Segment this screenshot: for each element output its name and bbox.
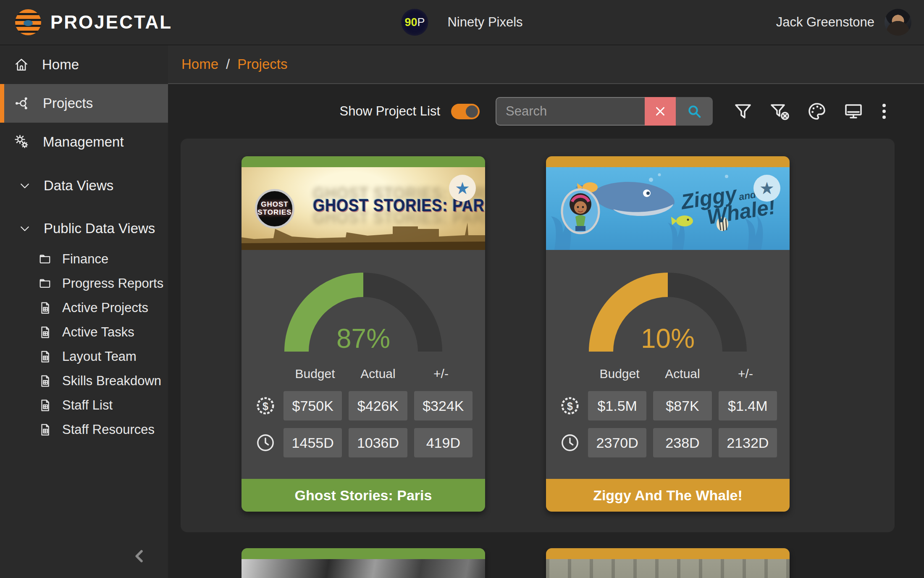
projects-toolbar: Show Project List	[168, 84, 924, 139]
money-row: $ $1.5M $87K $1.4M	[559, 391, 777, 420]
breadcrumb-current[interactable]: Projects	[237, 56, 287, 72]
variance-days-value: 2132D	[719, 428, 777, 457]
app-logo[interactable]: PROJECTAL	[0, 9, 172, 35]
data-file-icon	[39, 302, 51, 314]
budget-days-value: 1455D	[284, 428, 342, 457]
variance-days-value: 419D	[414, 428, 472, 457]
sidebar-item-label: Active Projects	[62, 300, 148, 315]
progress-gauge: 87%	[284, 273, 442, 352]
sidebar-item-active-projects[interactable]: Active Projects	[0, 296, 168, 320]
sidebar-item-label: Skills Breakdown	[62, 373, 161, 389]
data-file-icon	[39, 423, 51, 436]
show-project-list-toggle[interactable]	[451, 104, 480, 119]
sidebar-item-progress-reports[interactable]: Progress Reports	[0, 271, 168, 296]
data-file-icon	[39, 350, 51, 363]
days-row: 2370D 238D 2132D	[559, 428, 777, 457]
close-icon	[653, 104, 667, 118]
project-card-ziggy-whale[interactable]: Ziggy and the Whale! ★ 10% Budget Actual…	[546, 156, 790, 512]
variance-header: +/-	[410, 367, 472, 381]
clear-search-button[interactable]	[645, 97, 676, 126]
sidebar-item-label: Finance	[62, 252, 108, 267]
sidebar-group-data-views[interactable]: Data Views	[0, 167, 168, 204]
variance-value: $324K	[414, 391, 472, 420]
toolbar-icons	[733, 101, 888, 121]
sidebar-group-public-data-views[interactable]: Public Data Views	[0, 210, 168, 247]
folder-icon	[39, 253, 51, 265]
sidebar-collapse-button[interactable]	[131, 548, 148, 566]
favorite-star-badge[interactable]: ★	[449, 175, 476, 202]
search-input[interactable]	[496, 97, 645, 126]
budget-value: $1.5M	[588, 391, 646, 420]
stat-column-headers: Budget Actual +/-	[284, 367, 472, 381]
card-body: 10% Budget Actual +/- $ $1.5M $87K $1.4M	[546, 250, 790, 479]
card-banner-art: GHOST STORIES GHOST STORIES: PARIS ★	[242, 167, 485, 250]
org-avatar-badge: 90P	[401, 9, 428, 36]
data-file-icon	[39, 375, 51, 387]
data-file-icon	[39, 399, 51, 412]
actual-header: Actual	[651, 367, 714, 381]
kebab-menu-icon[interactable]	[880, 101, 888, 121]
clear-filter-icon[interactable]	[769, 101, 791, 121]
card-banner-art	[242, 559, 485, 578]
star-icon: ★	[759, 180, 774, 197]
variance-header: +/-	[714, 367, 777, 381]
breadcrumb: Home / Projects	[168, 45, 924, 84]
card-accent-strip	[242, 156, 485, 167]
sidebar-item-finance[interactable]: Finance	[0, 247, 168, 271]
project-card-partial-2[interactable]	[546, 548, 790, 578]
user-menu[interactable]: Jack Greenstone	[776, 9, 924, 36]
sidebar: Home Projects Management Data Views	[0, 45, 168, 578]
palette-icon[interactable]	[807, 101, 827, 121]
org-name: Ninety Pixels	[447, 15, 522, 30]
projectal-globe-icon	[15, 9, 41, 35]
sidebar-item-skills-breakdown[interactable]: Skills Breakdown	[0, 369, 168, 393]
project-title-bar[interactable]: Ziggy And The Whale!	[546, 479, 790, 512]
card-body: 87% Budget Actual +/- $ $750K $426K $324…	[242, 250, 485, 479]
organization[interactable]: 90P Ninety Pixels	[401, 9, 522, 36]
project-title-bar[interactable]: Ghost Stories: Paris	[242, 479, 485, 512]
sidebar-item-home[interactable]: Home	[0, 45, 168, 84]
sidebar-item-label: Staff Resources	[62, 422, 155, 437]
favorite-star-badge[interactable]: ★	[753, 175, 780, 202]
projects-panel: GHOST STORIES GHOST STORIES: PARIS ★ 87%…	[181, 139, 895, 532]
card-accent-strip	[546, 548, 790, 559]
money-icon: $	[560, 396, 580, 415]
stat-column-headers: Budget Actual +/-	[588, 367, 777, 381]
sidebar-item-staff-resources[interactable]: Staff Resources	[0, 418, 168, 442]
search-button[interactable]	[676, 97, 713, 126]
star-icon: ★	[455, 180, 470, 197]
sidebar-item-label: Home	[42, 57, 79, 73]
sidebar-item-management[interactable]: Management	[0, 123, 168, 161]
clock-icon	[560, 433, 580, 452]
variance-value: $1.4M	[719, 391, 777, 420]
search-group	[496, 97, 713, 126]
sidebar-item-layout-team[interactable]: Layout Team	[0, 344, 168, 369]
days-row: 1455D 1036D 419D	[254, 428, 472, 457]
org-badge-letter: P	[417, 16, 425, 29]
card-accent-strip	[242, 548, 485, 559]
money-icon: $	[256, 396, 275, 415]
project-card-partial-1[interactable]	[242, 548, 485, 578]
breadcrumb-separator: /	[226, 56, 230, 72]
budget-value: $750K	[284, 391, 342, 420]
projects-network-icon	[14, 96, 29, 111]
actual-header: Actual	[346, 367, 410, 381]
chevron-left-icon	[131, 548, 148, 565]
search-icon	[686, 103, 703, 120]
filter-icon[interactable]	[733, 101, 753, 121]
display-icon[interactable]	[843, 101, 864, 121]
top-bar: PROJECTAL 90P Ninety Pixels Jack Greenst…	[0, 0, 924, 45]
sidebar-item-label: Progress Reports	[62, 276, 163, 291]
breadcrumb-home-link[interactable]: Home	[181, 56, 218, 72]
sidebar-item-active-tasks[interactable]: Active Tasks	[0, 320, 168, 344]
project-card-ghost-stories[interactable]: GHOST STORIES GHOST STORIES: PARIS ★ 87%…	[242, 156, 485, 512]
user-name: Jack Greenstone	[776, 15, 874, 30]
user-avatar[interactable]	[885, 9, 911, 36]
budget-header: Budget	[588, 367, 651, 381]
sidebar-item-projects[interactable]: Projects	[0, 84, 168, 123]
svg-text:$: $	[567, 400, 573, 412]
money-row: $ $750K $426K $324K	[254, 391, 472, 420]
sidebar-group-label: Data Views	[44, 178, 113, 194]
sidebar-item-staff-list[interactable]: Staff List	[0, 393, 168, 418]
gauge-percent: 10%	[589, 323, 747, 354]
